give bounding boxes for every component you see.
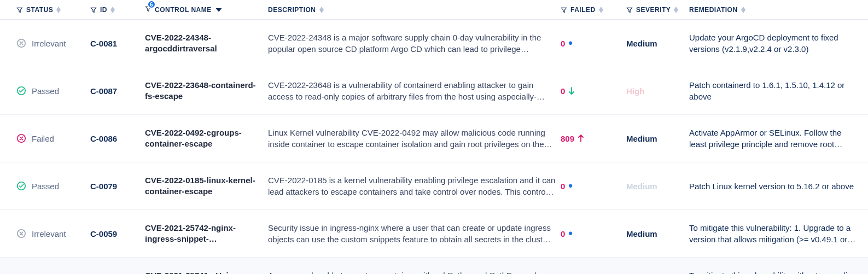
description: CVE-2022-24348 is a major software suppl… bbox=[268, 32, 561, 55]
col-control-name[interactable]: 6 Control Name bbox=[145, 5, 268, 14]
id-cell: C-0081 bbox=[90, 39, 145, 48]
remediation: To mitigate this vulnerability without u… bbox=[689, 270, 859, 274]
table-row[interactable]: IrrelevantC-0081CVE-2022-24348-argocddir… bbox=[0, 20, 868, 67]
sort-icon bbox=[110, 7, 115, 13]
table-body: IrrelevantC-0081CVE-2022-24348-argocddir… bbox=[0, 20, 868, 274]
col-label: Remediation bbox=[689, 6, 738, 14]
severity: Medium bbox=[626, 182, 689, 191]
col-label: Severity bbox=[636, 6, 671, 14]
filter-icon bbox=[561, 7, 567, 13]
filter-icon bbox=[16, 7, 23, 13]
status-cell: Irrelevant bbox=[16, 229, 90, 238]
description: Linux Kernel vulnerability CVE-2022-0492… bbox=[268, 127, 561, 150]
id-cell: C-0059 bbox=[90, 229, 145, 238]
remediation: Update your ArgoCD deployment to fixed v… bbox=[689, 32, 859, 55]
status-text: Passed bbox=[32, 182, 59, 191]
remediation: Activate AppArmor or SELinux. Follow the… bbox=[689, 127, 859, 150]
control-id-link[interactable]: C-0059 bbox=[90, 229, 117, 238]
control-id-link[interactable]: C-0079 bbox=[90, 182, 117, 191]
description: CVE-2022-0185 is a kernel vulnerability … bbox=[268, 174, 561, 197]
status-icon bbox=[16, 133, 26, 143]
remediation: To mitigate this vulnerability: 1. Upgra… bbox=[689, 222, 859, 245]
status-cell: Irrelevant bbox=[16, 38, 90, 48]
failed-cell: 0• bbox=[561, 39, 626, 48]
id-cell: C-0079 bbox=[90, 182, 145, 191]
control-id-link[interactable]: C-0081 bbox=[90, 39, 117, 48]
col-label: Failed bbox=[570, 6, 596, 14]
table-row[interactable]: PassedC-0087CVE-2022-23648-containerd-fs… bbox=[0, 67, 868, 115]
table-header-row: Status ID 6 Control Name Description bbox=[0, 0, 868, 20]
col-label: ID bbox=[100, 6, 107, 14]
failed-count: 809 bbox=[561, 134, 574, 143]
severity: High bbox=[626, 86, 689, 96]
trend-down-icon bbox=[568, 87, 575, 95]
table-row[interactable]: IrrelevantC-0059CVE-2021-25742-nginx-ing… bbox=[0, 210, 868, 258]
status-text: Irrelevant bbox=[32, 39, 66, 48]
severity: Medium bbox=[626, 134, 689, 143]
sort-icon bbox=[741, 7, 745, 13]
col-severity[interactable]: Severity bbox=[626, 6, 689, 14]
table-row[interactable]: PassedC-0079CVE-2022-0185-linux-kernel-c… bbox=[0, 162, 868, 210]
control-id-link[interactable]: C-0087 bbox=[90, 86, 117, 96]
status-icon bbox=[16, 38, 26, 48]
col-remediation[interactable]: Remediation bbox=[689, 6, 859, 14]
col-label: Status bbox=[26, 6, 53, 14]
remediation: Patch Linux kernel version to 5.16.2 or … bbox=[689, 180, 859, 192]
failed-cell: 0 bbox=[561, 86, 626, 96]
sort-icon bbox=[56, 7, 61, 13]
id-cell: C-0087 bbox=[90, 86, 145, 96]
id-cell: C-0086 bbox=[90, 134, 145, 143]
table-row[interactable]: FailedC-0086CVE-2022-0492-cgroups-contai… bbox=[0, 115, 868, 162]
failed-cell: 0• bbox=[561, 229, 626, 238]
control-name: CVE-2021-25741 - Using symlink for arbit… bbox=[145, 270, 268, 274]
status-text: Failed bbox=[32, 134, 54, 143]
control-id-link[interactable]: C-0086 bbox=[90, 134, 117, 143]
status-text: Irrelevant bbox=[32, 229, 66, 238]
description: A user may be able to create a container… bbox=[268, 270, 561, 274]
col-failed[interactable]: Failed bbox=[561, 6, 626, 14]
remediation: Patch containerd to 1.6.1, 1.5.10, 1.4.1… bbox=[689, 79, 859, 102]
description: CVE-2022-23648 is a vulnerability of con… bbox=[268, 79, 561, 102]
table-row[interactable]: IrrelevantC-0058CVE-2021-25741 - Using s… bbox=[0, 258, 868, 274]
control-name: CVE-2022-23648-containerd-fs-escape bbox=[145, 80, 268, 102]
status-icon bbox=[16, 181, 26, 191]
col-description[interactable]: Description bbox=[268, 6, 561, 14]
description: Security issue in ingress-nginx where a … bbox=[268, 222, 561, 245]
status-cell: Passed bbox=[16, 181, 90, 191]
sort-icon bbox=[674, 7, 678, 13]
col-label: Description bbox=[268, 6, 316, 14]
status-cell: Passed bbox=[16, 86, 90, 96]
sort-icon bbox=[599, 7, 603, 13]
filter-icon bbox=[626, 7, 633, 13]
status-icon bbox=[16, 229, 26, 238]
failed-cell: 809 bbox=[561, 134, 626, 143]
chevron-down-icon bbox=[216, 8, 222, 11]
col-id[interactable]: ID bbox=[90, 6, 145, 14]
failed-count: 0 bbox=[561, 39, 565, 48]
control-name: CVE-2022-0492-cgroups-container-escape bbox=[145, 127, 268, 150]
failed-count: 0 bbox=[561, 229, 565, 238]
control-name: CVE-2021-25742-nginx-ingress-snippet-ann… bbox=[145, 223, 268, 245]
severity: Medium bbox=[626, 229, 689, 238]
failed-count: 0 bbox=[561, 86, 565, 96]
severity: Medium bbox=[626, 39, 689, 48]
col-status[interactable]: Status bbox=[16, 6, 90, 14]
status-cell: Failed bbox=[16, 133, 90, 143]
controls-table: Status ID 6 Control Name Description bbox=[0, 0, 868, 274]
control-name: CVE-2022-0185-linux-kernel-container-esc… bbox=[145, 175, 268, 197]
status-icon bbox=[16, 86, 26, 96]
status-text: Passed bbox=[32, 86, 59, 96]
failed-cell: 0• bbox=[561, 182, 626, 191]
trend-up-icon bbox=[578, 135, 584, 142]
sort-icon bbox=[319, 7, 324, 13]
col-label: Control Name bbox=[155, 6, 212, 14]
filter-icon bbox=[90, 7, 97, 13]
control-name: CVE-2022-24348-argocddirtraversal bbox=[145, 32, 268, 55]
failed-count: 0 bbox=[561, 182, 565, 191]
filter-badge: 6 bbox=[147, 0, 156, 9]
